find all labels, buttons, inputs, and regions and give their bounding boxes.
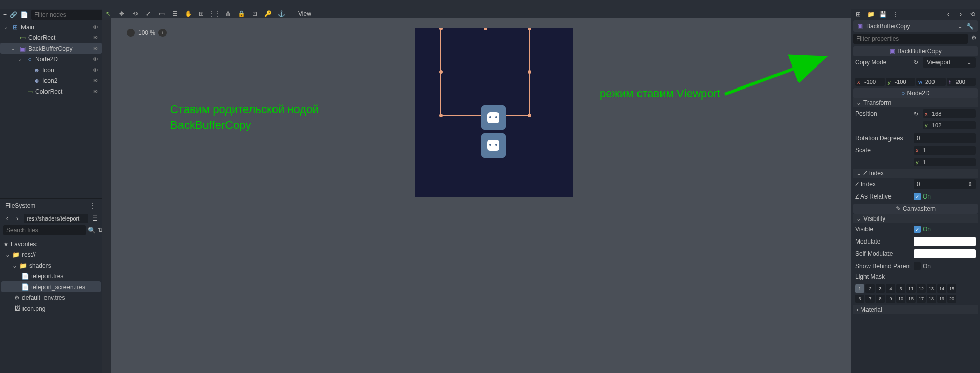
fs-menu-icon[interactable]: ⋮: [88, 202, 97, 210]
material-section[interactable]: ›Material: [853, 305, 978, 314]
reset-icon[interactable]: ↻: [914, 59, 921, 66]
mask-bit-9[interactable]: 9: [886, 295, 895, 303]
mask-bit-18[interactable]: 18: [927, 295, 936, 303]
fs-search-icon[interactable]: 🔍: [88, 226, 96, 234]
show-behind-checkbox[interactable]: On: [914, 262, 976, 270]
mask-bit-3[interactable]: 3: [876, 284, 885, 293]
position-y-field[interactable]: y102: [923, 121, 976, 129]
mask-bit-5[interactable]: 5: [896, 284, 905, 293]
fs-item-icon.png[interactable]: 🖼icon.png: [1, 303, 101, 314]
insp-tool-icon[interactable]: 🔧: [966, 22, 974, 30]
insp-back-icon[interactable]: ‹: [944, 10, 952, 18]
zindex-section[interactable]: ⌄Z Index: [853, 169, 978, 178]
fs-view-icon[interactable]: ☰: [90, 214, 99, 223]
viewport[interactable]: − 100 % +: [111, 28, 851, 373]
fs-item-shaders[interactable]: ⌄📁shaders: [1, 260, 101, 271]
scale-tool-icon[interactable]: ⤢: [144, 10, 152, 18]
insp-history-icon[interactable]: ⟲: [969, 10, 977, 18]
view-menu[interactable]: View: [298, 10, 311, 17]
mask-bit-20[interactable]: 20: [947, 295, 956, 303]
class-header-backbuffercopy[interactable]: ▣ BackBufferCopy: [853, 46, 978, 56]
godot-sprite-icon-2[interactable]: [481, 133, 506, 158]
scene-node-icon[interactable]: ☻Icon👁: [0, 64, 102, 75]
mask-bit-17[interactable]: 17: [917, 295, 926, 303]
scene-node-main[interactable]: ⌄⊞Main👁: [0, 21, 102, 32]
z-relative-checkbox[interactable]: ✓On: [914, 193, 976, 200]
visibility-icon[interactable]: 👁: [93, 78, 100, 84]
visible-checkbox[interactable]: ✓On: [914, 226, 976, 233]
godot-sprite-icon[interactable]: [481, 105, 506, 130]
mask-bit-4[interactable]: 4: [886, 284, 895, 293]
move-tool-icon[interactable]: ✥: [118, 10, 126, 18]
mask-bit-10[interactable]: 10: [896, 295, 905, 303]
visibility-icon[interactable]: 👁: [93, 56, 100, 62]
lock-icon[interactable]: 🔒: [237, 10, 245, 18]
mask-bit-14[interactable]: 14: [937, 284, 946, 293]
nav-fwd-icon[interactable]: ›: [13, 214, 21, 223]
reset-icon[interactable]: ↻: [914, 111, 921, 117]
light-mask-grid[interactable]: 1234511121314156789101617181920: [855, 284, 976, 304]
class-header-canvasitem[interactable]: ✎ CanvasItem: [853, 204, 978, 214]
insp-folder-icon[interactable]: 📁: [867, 10, 875, 18]
pan-tool-icon[interactable]: ✋: [184, 10, 192, 18]
grid-icon[interactable]: ⋮⋮: [211, 10, 219, 18]
link-icon[interactable]: 🔗: [10, 11, 17, 19]
group-icon[interactable]: ⊡: [250, 10, 259, 18]
mask-bit-13[interactable]: 13: [927, 284, 936, 293]
fs-item-res://[interactable]: ⌄📁res://: [1, 249, 101, 260]
fs-item-teleport.tres[interactable]: 📄teleport.tres: [1, 271, 101, 281]
copy-mode-dropdown[interactable]: Viewport ⌄: [923, 57, 976, 68]
scene-node-node2d[interactable]: ⌄○Node2D👁: [0, 54, 102, 64]
mask-bit-19[interactable]: 19: [937, 295, 946, 303]
rotation-field[interactable]: 0: [914, 133, 976, 143]
rect-w-field[interactable]: w200: [916, 78, 946, 86]
filter-nodes-input[interactable]: [31, 10, 102, 20]
position-x-field[interactable]: x168: [923, 109, 976, 118]
rect-y-field[interactable]: y-100: [886, 78, 916, 86]
mask-bit-1[interactable]: 1: [855, 284, 864, 293]
mask-bit-12[interactable]: 12: [917, 284, 926, 293]
search-files-input[interactable]: [3, 225, 86, 235]
visibility-icon[interactable]: 👁: [93, 67, 100, 73]
fs-item-default_env.tres[interactable]: ⚙default_env.tres: [1, 292, 101, 303]
mask-bit-16[interactable]: 16: [906, 295, 916, 303]
insp-menu-icon[interactable]: ⋮: [891, 10, 899, 18]
scene-node-colorrect[interactable]: ▭ColorRect👁: [0, 86, 102, 97]
scene-node-icon2[interactable]: ☻Icon2👁: [0, 75, 102, 86]
visibility-icon[interactable]: 👁: [93, 46, 100, 52]
mask-bit-11[interactable]: 11: [906, 284, 916, 293]
scene-node-colorrect[interactable]: ▭ColorRect👁: [0, 32, 102, 43]
modulate-color[interactable]: [914, 237, 976, 246]
nav-back-icon[interactable]: ‹: [3, 214, 11, 223]
scale-y-field[interactable]: y1: [914, 158, 976, 166]
rect-h-field[interactable]: h200: [947, 78, 976, 86]
insp-settings-icon[interactable]: ⚙: [970, 34, 978, 42]
mask-bit-15[interactable]: 15: [947, 284, 956, 293]
fs-path[interactable]: res://shaders/teleport: [24, 214, 88, 223]
add-node-icon[interactable]: +: [3, 11, 7, 19]
select-tool-icon[interactable]: ↖: [104, 10, 112, 18]
rotate-tool-icon[interactable]: ⟲: [131, 10, 139, 18]
visibility-icon[interactable]: 👁: [93, 35, 100, 41]
zoom-in-button[interactable]: +: [158, 29, 167, 37]
filter-properties-input[interactable]: [853, 34, 968, 44]
anchor-icon[interactable]: ⚓: [277, 10, 285, 18]
scene-node-backbuffercopy[interactable]: ⌄▣BackBufferCopy👁: [0, 43, 102, 54]
mask-bit-2[interactable]: 2: [865, 284, 875, 293]
inspector-node-selector[interactable]: ▣ BackBufferCopy ⌄ 🔧: [853, 20, 978, 32]
zindex-field[interactable]: 0⇕: [914, 179, 976, 189]
transform-section[interactable]: ⌄Transform: [853, 98, 978, 107]
key-icon[interactable]: 🔑: [264, 10, 272, 18]
class-header-node2d[interactable]: ○ Node2D: [853, 88, 978, 98]
selection-rect[interactable]: [440, 28, 530, 116]
rect-x-field[interactable]: x-100: [855, 78, 885, 86]
bone-icon[interactable]: ⋔: [224, 10, 232, 18]
visibility-icon[interactable]: 👁: [93, 89, 100, 95]
insp-fwd-icon[interactable]: ›: [956, 10, 965, 18]
visibility-section[interactable]: ⌄Visibility: [853, 214, 978, 223]
favorites-row[interactable]: ★ Favorites:: [1, 238, 101, 249]
mask-bit-6[interactable]: 6: [855, 295, 864, 303]
insp-save-icon[interactable]: 💾: [879, 10, 887, 18]
insp-expand-icon[interactable]: ⊞: [854, 10, 862, 18]
snap-icon[interactable]: ⊞: [197, 10, 206, 18]
